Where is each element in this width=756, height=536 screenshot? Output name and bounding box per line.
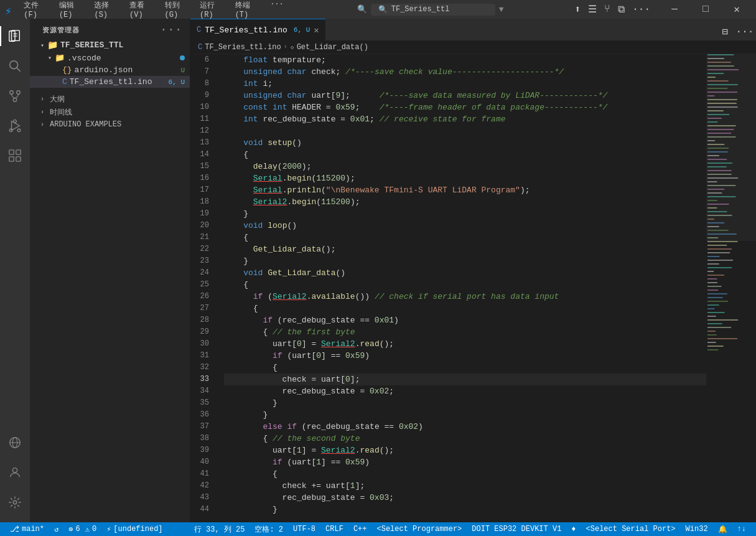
status-serial-port[interactable]: <Select Serial Port> [581, 522, 681, 536]
branch-name: main* [22, 525, 44, 534]
activity-settings[interactable] [0, 487, 30, 517]
search-bar[interactable]: 🔍 TF_Series_ttl [371, 4, 495, 16]
activity-run-debug[interactable] [0, 111, 30, 141]
line-num-22: 22 [190, 243, 217, 255]
menu-terminal[interactable]: 终端(T) [230, 0, 264, 21]
filter-icon[interactable]: ☰ [586, 3, 599, 16]
code-editor[interactable]: 6 7 8 9 10 11 12 13 14 15 16 17 18 19 20… [190, 54, 756, 522]
split-editor-icon[interactable]: ⧉ [615, 4, 627, 16]
menu-edit[interactable]: 编辑(E) [54, 0, 88, 21]
activity-source-control[interactable] [0, 81, 30, 111]
ino-file-label: TF_Series_ttl.ino [70, 77, 152, 87]
code-line-12 [224, 125, 706, 137]
activity-extensions[interactable] [0, 141, 30, 171]
language-label: C++ [353, 525, 367, 534]
diamond-icon: ♦ [571, 525, 576, 534]
code-line-38: { // the second byte [224, 433, 706, 444]
activity-search[interactable] [0, 51, 30, 81]
status-problems[interactable]: ⊗ 6 ⚠ 0 [63, 522, 101, 536]
encoding-label: UTF-8 [293, 525, 315, 534]
close-button[interactable]: ✕ [722, 0, 751, 19]
status-eol[interactable]: CRLF [320, 522, 348, 536]
line-num-20: 20 [190, 220, 217, 232]
svg-point-7 [17, 91, 21, 95]
code-line-11: int rec_debug_state = 0x01; // receive s… [224, 113, 706, 125]
json-badge: U [180, 67, 185, 74]
status-encoding[interactable]: UTF-8 [288, 522, 320, 536]
status-remote-icon[interactable]: ↑↓ [732, 522, 751, 536]
code-line-17: Serial.println("\nBenewake TFmini-S UART… [224, 184, 706, 196]
svg-point-20 [12, 468, 17, 473]
status-undefined[interactable]: ⚡ [undefined] [101, 522, 167, 536]
code-line-6: float temprature; [224, 54, 706, 66]
line-num-28: 28 [190, 314, 217, 326]
code-line-44: } [224, 504, 706, 515]
svg-rect-13 [9, 150, 14, 154]
menu-more[interactable]: ··· [265, 0, 289, 21]
menu-file[interactable]: 文件(F) [19, 0, 53, 21]
tree-folder-root[interactable]: ▾ 📁 TF_SERIES_TTL [30, 39, 190, 52]
tree-section-timeline[interactable]: › 时间线 [30, 106, 190, 119]
svg-rect-15 [9, 157, 14, 161]
status-cursor[interactable]: 行 33, 列 25 [189, 522, 250, 536]
line-num-14: 14 [190, 149, 217, 161]
code-line-36: } [224, 409, 706, 421]
minimize-button[interactable]: — [660, 0, 689, 19]
vscode-dot [180, 55, 185, 60]
line-num-36: 36 [190, 409, 217, 421]
undefined-icon: ⚡ [106, 525, 111, 534]
status-sync[interactable]: ↺ [49, 522, 63, 536]
eol-label: CRLF [325, 525, 343, 534]
status-notification[interactable]: 🔔 [713, 522, 732, 536]
code-line-22: Get_Lidar_data(); [224, 243, 706, 255]
activity-remote[interactable] [0, 428, 30, 458]
breadcrumb-file[interactable]: TF_Series_ttl.ino [205, 43, 281, 52]
main-layout: 资源管理器 ··· ▾ 📁 TF_SERIES_TTL ▾ 📁 .vscode … [0, 19, 756, 522]
title-bar: ⚡ 文件(F) 编辑(E) 选择(S) 查看(V) 转到(G) 运行(R) 终端… [0, 0, 756, 19]
maximize-button[interactable]: □ [691, 0, 720, 19]
status-language[interactable]: C++ [348, 522, 372, 536]
tree-folder-vscode[interactable]: ▾ 📁 .vscode [30, 52, 190, 64]
line-num-15: 15 [190, 161, 217, 172]
more-actions-icon[interactable]: ··· [630, 4, 653, 15]
tree-section-arduino-examples[interactable]: › ARDUINO EXAMPLES [30, 119, 190, 130]
editor-tab-main[interactable]: C TF_Series_ttl.ino 6, U ✕ [190, 19, 325, 40]
activity-explorer[interactable] [0, 21, 30, 51]
vscode-folder-icon: 📁 [55, 53, 65, 63]
tab-more-button[interactable]: ··· [736, 23, 754, 40]
status-board[interactable]: DOIT ESP32 DEVKIT V1 [467, 522, 566, 536]
source-control-icon[interactable]: ⑂ [602, 4, 613, 15]
warning-icon: ⚠ [85, 525, 90, 534]
menu-goto[interactable]: 转到(G) [160, 0, 194, 21]
line-num-11: 11 [190, 113, 217, 125]
title-bar-center: 🔍 🔍 TF_Series_ttl ▼ [289, 4, 572, 16]
code-line-14: { [224, 149, 706, 161]
svg-rect-14 [16, 150, 21, 154]
status-branch[interactable]: ⎇ main* [5, 522, 49, 536]
sidebar-more-button[interactable]: ··· [161, 24, 182, 36]
svg-point-21 [13, 501, 17, 504]
status-platform[interactable]: Win32 [681, 522, 713, 536]
menu-view[interactable]: 查看(V) [124, 0, 159, 21]
upload-icon[interactable]: ⬆ [572, 3, 584, 16]
code-line-15: delay(2000); [224, 161, 706, 172]
status-programmer[interactable]: <Select Programmer> [371, 522, 467, 536]
status-indent[interactable]: 空格: 2 [250, 522, 288, 536]
line-num-7: 7 [190, 66, 217, 78]
breadcrumb-function[interactable]: Get_Lidar_data() [297, 43, 368, 52]
code-line-42: check += uart[1]; [224, 480, 706, 492]
notification-icon: 🔔 [718, 525, 727, 534]
activity-account[interactable] [0, 458, 30, 487]
menu-bar: 文件(F) 编辑(E) 选择(S) 查看(V) 转到(G) 运行(R) 终端(T… [19, 0, 288, 21]
arduino-arrow: › [37, 121, 47, 128]
tab-split-button[interactable]: ⊟ [716, 23, 734, 40]
tab-close-icon[interactable]: ✕ [314, 25, 319, 35]
menu-run[interactable]: 运行(R) [195, 0, 229, 21]
outline-arrow: › [37, 96, 47, 103]
tree-section-outline[interactable]: › 大纲 [30, 93, 190, 106]
line-num-18: 18 [190, 196, 217, 208]
code-content[interactable]: float temprature; unsigned char check; /… [222, 54, 706, 522]
tree-file-arduino-json[interactable]: {} arduino.json U [30, 64, 190, 76]
tree-file-main-ino[interactable]: C TF_Series_ttl.ino 6, U [30, 76, 190, 88]
menu-select[interactable]: 选择(S) [89, 0, 123, 21]
